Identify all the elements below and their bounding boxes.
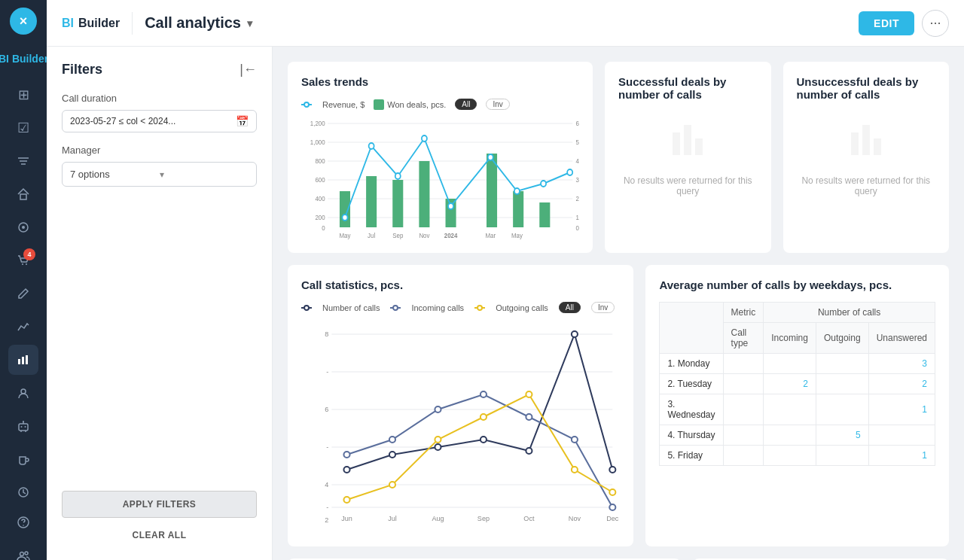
svg-text:Nov: Nov bbox=[569, 515, 581, 522]
table-row: 1. Monday 3 bbox=[660, 354, 935, 374]
dashboard-icon[interactable]: ⊞ bbox=[8, 80, 38, 110]
svg-point-105 bbox=[343, 452, 349, 458]
home-nav-icon[interactable] bbox=[8, 179, 38, 209]
svg-text:2: 2 bbox=[576, 195, 580, 203]
svg-point-116 bbox=[526, 391, 532, 397]
call-duration-input[interactable] bbox=[70, 116, 236, 126]
call-stats-chart-svg: 8 - 6 - 4 - 2 bbox=[301, 319, 620, 530]
page-title-dropdown-icon[interactable]: ▾ bbox=[247, 17, 252, 29]
clear-all-button[interactable]: CLEAR ALL bbox=[62, 525, 257, 545]
manager-dropdown[interactable]: 7 options ▾ bbox=[62, 162, 257, 187]
svg-rect-76 bbox=[851, 132, 859, 155]
svg-text:1,200: 1,200 bbox=[310, 120, 325, 128]
top-header: BI Builder Call analytics ▾ EDIT ··· bbox=[47, 0, 964, 47]
date-input-wrap[interactable]: 📅 bbox=[62, 110, 257, 132]
collapse-filters-button[interactable]: |← bbox=[239, 62, 257, 78]
svg-point-28 bbox=[304, 102, 309, 107]
svg-point-102 bbox=[526, 448, 532, 454]
svg-point-110 bbox=[572, 437, 578, 443]
svg-text:0: 0 bbox=[322, 224, 325, 233]
unsuccessful-deals-title: Unsuccessful deals by number of calls bbox=[797, 75, 936, 101]
svg-point-13 bbox=[21, 426, 23, 428]
svg-point-113 bbox=[389, 482, 395, 488]
avg-calls-table: Metric Number of calls Call type Incomin… bbox=[659, 302, 935, 466]
svg-text:6: 6 bbox=[576, 120, 580, 128]
svg-point-7 bbox=[26, 263, 27, 265]
avg-calls-card: Average number of calls by weekdays, pcs… bbox=[645, 265, 949, 546]
svg-point-6 bbox=[22, 263, 23, 265]
header-actions: EDIT ··· bbox=[859, 10, 949, 37]
svg-rect-78 bbox=[874, 138, 881, 155]
day-cell: 3. Wednesday bbox=[660, 394, 723, 425]
svg-point-115 bbox=[480, 414, 487, 420]
svg-point-80 bbox=[304, 306, 309, 310]
unsuccessful-deals-card: Unsuccessful deals by number of calls No… bbox=[783, 62, 950, 253]
table-row: 2. Tuesday 2 2 bbox=[660, 374, 935, 394]
svg-point-106 bbox=[389, 437, 395, 443]
calendar-icon[interactable]: 📅 bbox=[236, 115, 249, 127]
day-cell: 4. Thursday bbox=[660, 425, 723, 446]
svg-point-16 bbox=[23, 421, 24, 422]
mug-icon[interactable] bbox=[8, 444, 38, 474]
call-statistics-card: Call statistics, pcs. Number of calls In… bbox=[288, 265, 633, 546]
contacts-icon[interactable] bbox=[8, 378, 38, 408]
robot-icon[interactable] bbox=[8, 411, 38, 441]
clock-icon[interactable] bbox=[8, 477, 38, 507]
svg-point-59 bbox=[395, 173, 401, 179]
svg-text:May: May bbox=[511, 232, 523, 240]
unsuccessful-no-result-icon bbox=[844, 117, 889, 169]
svg-point-109 bbox=[526, 414, 532, 420]
edit-button[interactable]: EDIT bbox=[859, 11, 914, 35]
call-statistics-title: Call statistics, pcs. bbox=[301, 278, 620, 291]
svg-point-82 bbox=[393, 306, 398, 310]
svg-rect-9 bbox=[22, 357, 24, 364]
all-toggle[interactable]: All bbox=[455, 99, 477, 110]
dashboard: Sales trends Revenue, $ Won deals, pcs. … bbox=[273, 47, 964, 560]
svg-point-22 bbox=[20, 552, 24, 556]
svg-text:Jul: Jul bbox=[388, 515, 397, 522]
filters-panel: Filters |← Call duration 📅 Manager 7 opt… bbox=[47, 47, 273, 560]
pencil-icon[interactable] bbox=[8, 278, 38, 309]
sales-legend: Revenue, $ Won deals, pcs. All Inv bbox=[301, 99, 579, 110]
app-logo: BI Builder bbox=[62, 17, 120, 30]
circle-icon[interactable] bbox=[8, 212, 38, 242]
close-button[interactable]: × bbox=[10, 8, 37, 35]
svg-text:Aug: Aug bbox=[432, 515, 444, 522]
cart-nav-icon[interactable]: 4 bbox=[8, 245, 38, 275]
svg-point-60 bbox=[422, 135, 427, 142]
svg-point-58 bbox=[369, 143, 374, 149]
filters-header: Filters |← bbox=[62, 62, 257, 78]
check-list-icon[interactable]: ☑ bbox=[8, 113, 38, 143]
svg-text:4: 4 bbox=[325, 481, 328, 488]
call-duration-label: Call duration bbox=[62, 93, 257, 104]
legend-incoming-calls: Incoming calls bbox=[390, 303, 464, 312]
manager-dropdown-chevron: ▾ bbox=[160, 169, 249, 180]
icon-bar: × BI Builder ⊞ ☑ 4 bbox=[0, 0, 47, 560]
svg-text:6: 6 bbox=[325, 406, 328, 413]
legend-won-deals: Won deals, pcs. bbox=[374, 99, 446, 110]
help-icon[interactable] bbox=[8, 507, 38, 537]
filter-nav-icon[interactable] bbox=[8, 146, 38, 176]
call-stats-all-toggle[interactable]: All bbox=[559, 302, 581, 313]
more-options-button[interactable]: ··· bbox=[922, 10, 949, 37]
svg-text:-: - bbox=[326, 443, 328, 451]
apply-filters-button[interactable]: APPLY FILTERS bbox=[62, 491, 257, 518]
table-row: 4. Thursday 5 bbox=[660, 425, 935, 446]
legend-number-calls: Number of calls bbox=[301, 303, 380, 312]
svg-rect-52 bbox=[419, 161, 429, 227]
svg-point-62 bbox=[488, 154, 493, 160]
avg-calls-title: Average number of calls by weekdays, pcs… bbox=[659, 278, 935, 291]
page-title: Call analytics bbox=[145, 14, 241, 32]
bar-chart-nav-icon[interactable] bbox=[8, 345, 38, 375]
call-stats-inv-toggle[interactable]: Inv bbox=[591, 302, 615, 313]
team-icon[interactable] bbox=[8, 540, 38, 560]
svg-rect-55 bbox=[513, 191, 523, 227]
svg-text:Jun: Jun bbox=[341, 515, 352, 522]
legend-outgoing-calls: Outgoing calls bbox=[474, 303, 548, 312]
trend-icon[interactable] bbox=[8, 312, 38, 342]
svg-text:-: - bbox=[326, 368, 328, 376]
day-cell: 1. Monday bbox=[660, 354, 723, 374]
call-type-header: Call type bbox=[723, 323, 764, 354]
inv-toggle[interactable]: Inv bbox=[486, 99, 509, 110]
dashboard-row-1: Sales trends Revenue, $ Won deals, pcs. … bbox=[288, 62, 949, 253]
